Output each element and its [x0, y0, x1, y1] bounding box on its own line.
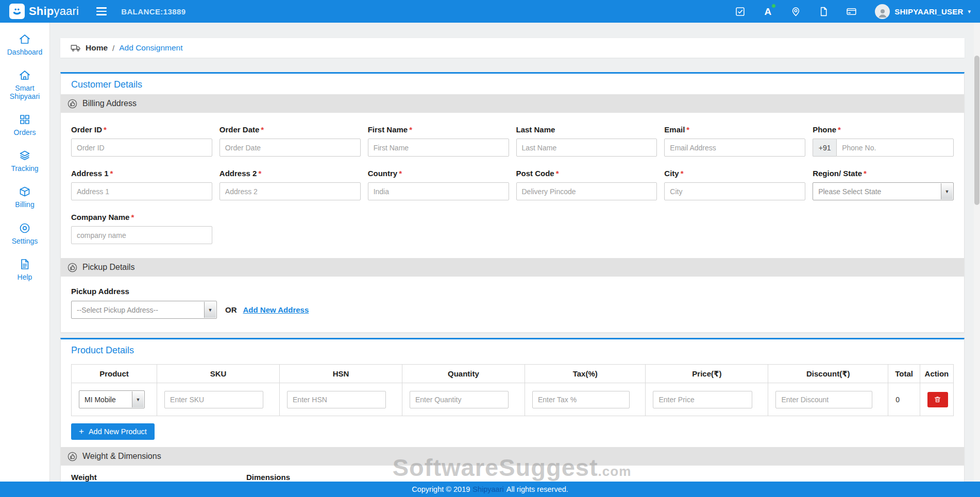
- required-asterisk: *: [261, 125, 264, 134]
- footer-brand-link[interactable]: Shipyaari: [472, 485, 503, 493]
- sidebar-item-smart-shipyaari[interactable]: Smart Shipyaari: [0, 69, 49, 100]
- email-input[interactable]: [664, 139, 805, 157]
- country-input[interactable]: [368, 182, 509, 200]
- billing-address-section: Billing Address: [61, 94, 964, 113]
- field-phone: Phone* +91: [813, 125, 954, 157]
- file-icon[interactable]: [817, 5, 830, 18]
- company-name-input[interactable]: [71, 226, 212, 244]
- hand-circle-icon: [67, 262, 78, 273]
- customer-details-card: Customer Details Billing Address Order I…: [60, 72, 965, 333]
- font-notification-icon[interactable]: A: [762, 5, 774, 18]
- product-select[interactable]: MI Mobile ▼: [79, 390, 145, 408]
- box-icon: [19, 185, 31, 198]
- chevron-down-icon: ▾: [968, 8, 971, 15]
- dimensions-label: Dimensions: [246, 473, 390, 482]
- col-discount: Discount(₹): [768, 365, 888, 383]
- sidebar-item-dashboard[interactable]: Dashboard: [0, 33, 49, 56]
- status-dot: [771, 4, 776, 8]
- col-total: Total: [888, 365, 920, 383]
- col-price: Price(₹): [646, 365, 768, 383]
- field-post-code: Post Code*: [516, 169, 657, 200]
- layers-icon: [19, 149, 31, 162]
- add-new-product-button[interactable]: + Add New Product: [71, 423, 155, 440]
- main-content: Home / Add Consignment Customer Details …: [50, 23, 974, 497]
- add-new-address-link[interactable]: Add New Address: [243, 305, 309, 314]
- pickup-address-select[interactable]: --Select Pickup Address-- ▼: [71, 301, 217, 319]
- username-label: SHIPYAARI_USER: [894, 7, 963, 16]
- required-asterisk: *: [110, 169, 113, 178]
- footer-copyright-pre: Copyright © 2019: [412, 485, 470, 493]
- sku-input[interactable]: [164, 391, 263, 408]
- region-state-select[interactable]: Please Select State ▼: [813, 182, 954, 200]
- brand-name[interactable]: Shipyaari: [29, 5, 79, 18]
- product-table: Product SKU HSN Quantity Tax(%) Price(₹)…: [71, 364, 954, 416]
- breadcrumb-current[interactable]: Add Consignment: [119, 43, 182, 53]
- postcode-input[interactable]: [516, 182, 657, 200]
- required-asterisk: *: [838, 125, 841, 134]
- discount-input[interactable]: [775, 391, 872, 408]
- address2-input[interactable]: [219, 182, 361, 200]
- field-address1: Address 1*: [71, 169, 212, 200]
- sidebar-item-orders[interactable]: Orders: [0, 113, 49, 136]
- col-action: Action: [920, 365, 953, 383]
- address1-input[interactable]: [71, 182, 212, 200]
- col-hsn: HSN: [280, 365, 402, 383]
- required-asterisk: *: [104, 125, 107, 134]
- col-product: Product: [72, 365, 157, 383]
- chevron-down-icon: ▼: [941, 183, 953, 199]
- breadcrumb: Home / Add Consignment: [60, 38, 965, 58]
- required-asterisk: *: [258, 169, 261, 178]
- or-label: OR: [225, 305, 237, 314]
- col-quantity: Quantity: [402, 365, 525, 383]
- card-icon[interactable]: [845, 5, 857, 18]
- sidebar-item-billing[interactable]: Billing: [0, 185, 49, 209]
- pickup-body: Pickup Address --Select Pickup Address--…: [61, 277, 964, 332]
- hand-circle-icon: [67, 451, 78, 462]
- scrollbar-thumb[interactable]: [974, 56, 979, 205]
- shipyaari-logo-icon[interactable]: [9, 4, 25, 19]
- city-input[interactable]: [664, 182, 805, 200]
- last-name-input[interactable]: [516, 139, 657, 157]
- sidebar-item-help[interactable]: Help: [0, 258, 49, 281]
- sidebar-item-settings[interactable]: Settings: [0, 222, 49, 245]
- field-order-id: Order ID*: [71, 125, 212, 157]
- menu-toggle-icon[interactable]: [96, 7, 107, 15]
- phone-prefix: +91: [813, 139, 836, 157]
- scrollbar-track[interactable]: [974, 23, 980, 497]
- select-value: --Select Pickup Address--: [77, 306, 158, 314]
- balance-label: BALANCE:13889: [121, 7, 185, 16]
- delete-row-button[interactable]: [927, 392, 948, 407]
- plus-icon: +: [79, 426, 84, 437]
- phone-input[interactable]: [836, 139, 954, 157]
- field-company-name: Company Name*: [71, 213, 212, 244]
- truck-icon: [71, 43, 81, 53]
- location-icon[interactable]: [789, 5, 802, 18]
- billing-address-label: Billing Address: [82, 99, 137, 108]
- order-date-input[interactable]: [219, 139, 361, 157]
- header-actions: A SHIPYAARI_USER ▾: [734, 4, 971, 19]
- required-asterisk: *: [686, 125, 689, 134]
- required-asterisk: *: [131, 213, 134, 221]
- billing-row-3: Company Name*: [61, 213, 964, 244]
- field-email: Email*: [664, 125, 805, 157]
- first-name-input[interactable]: [368, 139, 509, 157]
- sidebar-item-tracking[interactable]: Tracking: [0, 149, 49, 173]
- product-row: MI Mobile ▼ 0: [72, 383, 954, 416]
- field-address2: Address 2*: [219, 169, 361, 200]
- weight-dimensions-label: Weight & Dimensions: [82, 452, 161, 461]
- tax-input[interactable]: [532, 391, 630, 408]
- footer-copyright-post: All rights reserved.: [506, 485, 568, 493]
- hsn-input[interactable]: [287, 391, 386, 408]
- select-value: MI Mobile: [85, 396, 116, 404]
- breadcrumb-home-link[interactable]: Home: [86, 43, 108, 53]
- field-first-name: First Name*: [368, 125, 509, 157]
- user-menu[interactable]: SHIPYAARI_USER ▾: [875, 4, 971, 19]
- avatar: [875, 4, 890, 19]
- tasks-icon[interactable]: [734, 5, 746, 18]
- breadcrumb-separator: /: [112, 44, 114, 53]
- quantity-input[interactable]: [410, 391, 509, 408]
- grid-icon: [19, 113, 31, 126]
- order-id-input[interactable]: [71, 139, 212, 157]
- col-tax: Tax(%): [525, 365, 646, 383]
- price-input[interactable]: [653, 391, 752, 408]
